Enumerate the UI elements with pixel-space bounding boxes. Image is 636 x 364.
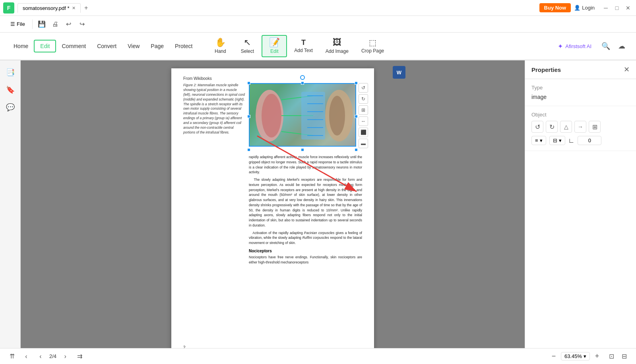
fit-width-button[interactable]: ⊟ — [619, 351, 630, 362]
toolbar-tools: ✋ Hand ↖ Select 📝 Edit T Add Text 🖼 Add … — [207, 35, 390, 57]
distribute-chevron: ▾ — [559, 137, 562, 143]
word-export-icon[interactable]: W — [393, 66, 405, 79]
flip-btn[interactable]: ↔ — [359, 116, 368, 126]
align-icon: ≡ — [535, 137, 538, 143]
zoom-value-dropdown[interactable]: 63.45% ▾ — [561, 352, 590, 360]
nav-menu: Home Edit Comment Convert View Page Prot… — [8, 40, 198, 52]
main-paragraph-3: Activation of the rapidly adapting Pacin… — [249, 230, 362, 246]
select-tool[interactable]: ↖ Select — [235, 36, 260, 56]
prev-arrow-button[interactable]: ‹ — [35, 351, 46, 362]
app-logo: F — [3, 2, 14, 14]
login-avatar-icon: 👤 — [574, 5, 580, 11]
nav-home[interactable]: Home — [8, 41, 34, 52]
rotate-ccw-btn[interactable]: ↺ — [359, 83, 368, 93]
redo-button[interactable]: ↪ — [76, 18, 88, 30]
nav-page[interactable]: Page — [145, 41, 169, 52]
nav-view[interactable]: View — [122, 41, 145, 52]
rotate-cw-btn[interactable]: ↻ — [359, 94, 368, 104]
nav-convert[interactable]: Convert — [91, 41, 122, 52]
page-number: 2 — [183, 345, 186, 348]
tab-close-button[interactable]: ✕ — [72, 6, 76, 11]
angle-icon: ∟ — [568, 137, 575, 144]
group-btn[interactable]: ⊞ — [359, 105, 368, 115]
hand-label: Hand — [215, 48, 226, 54]
object-tool-row: ≡ ▾ ⊟ ▾ ∟ — [531, 136, 630, 145]
nav-protect[interactable]: Protect — [169, 41, 198, 52]
maximize-button[interactable]: □ — [612, 3, 622, 13]
align-bottom-btn[interactable]: ▬ — [359, 139, 368, 148]
buy-now-button[interactable]: Buy Now — [539, 3, 571, 12]
crop-page-tool[interactable]: ⬚ Crop Page — [356, 36, 390, 56]
sidebar-bookmark-icon[interactable]: 🔖 — [3, 83, 17, 97]
edit-tool[interactable]: 📝 Edit — [262, 35, 287, 57]
add-text-tool[interactable]: T Add Text — [289, 37, 318, 56]
angle-input[interactable] — [578, 136, 601, 145]
menu-separator — [32, 19, 33, 29]
align-top-btn[interactable]: ⬛ — [359, 128, 368, 137]
group-tool[interactable]: ⊞ — [589, 121, 601, 133]
rotate-ccw-tool[interactable]: ↺ — [531, 121, 543, 133]
selection-handle-bottom-left[interactable] — [247, 148, 250, 151]
add-tab-button[interactable]: + — [81, 3, 91, 13]
distribute-dropdown[interactable]: ⊟ ▾ — [549, 136, 565, 145]
select-icon: ↖ — [244, 38, 251, 47]
active-tab[interactable]: somatosensory.pdf * ✕ — [17, 3, 81, 13]
select-label: Select — [241, 48, 254, 54]
cloud-upload-button[interactable]: ☁ — [615, 40, 628, 52]
add-text-icon: T — [301, 39, 306, 46]
status-bar: ⇈ ‹ ‹ 2/4 › ⇉ − 63.45% ▾ + ⊡ ⊟ — [0, 348, 636, 364]
search-button[interactable]: 🔍 — [599, 40, 612, 52]
ai-button[interactable]: ✦ Afirstsoft AI — [553, 40, 596, 52]
add-image-tool[interactable]: 🖼 Add Image — [320, 36, 354, 56]
sidebar-thumbnail-icon[interactable]: 📑 — [3, 65, 17, 79]
login-button[interactable]: 👤 Login — [574, 5, 595, 11]
next-arrow-button[interactable]: › — [60, 351, 71, 362]
selection-handle-bottom-right[interactable] — [355, 148, 358, 151]
close-button[interactable]: ✕ — [623, 3, 633, 13]
object-tools: ↺ ↻ △ → ⊞ — [531, 121, 630, 133]
pdf-viewer[interactable]: W From Wikibooks Figure 2: Mammalian mus… — [21, 60, 525, 348]
fit-buttons: ⊡ ⊟ — [606, 351, 630, 362]
selection-handle-top-right[interactable] — [355, 81, 358, 85]
type-value: image — [531, 94, 630, 100]
figure-caption: Figure 2: Mammalian muscle spindle showi… — [183, 83, 245, 135]
rotate-cw-tool[interactable]: ↻ — [546, 121, 558, 133]
align-dropdown[interactable]: ≡ ▾ — [531, 136, 546, 145]
properties-panel: Properties ✕ Type image Object ↺ ↻ △ → ⊞… — [525, 60, 636, 348]
flip-v-tool[interactable]: △ — [560, 121, 572, 133]
selection-handle-bottom-middle[interactable] — [301, 148, 304, 151]
selection-handle-middle-left[interactable] — [247, 115, 250, 118]
tab-label: somatosensory.pdf * — [23, 5, 70, 11]
print-button[interactable]: 🖨 — [49, 18, 61, 30]
figure-caption-block: Figure 2: Mammalian muscle spindle showi… — [183, 83, 245, 265]
flip-h-tool[interactable]: → — [574, 121, 586, 133]
image-svg — [250, 84, 357, 147]
zoom-out-button[interactable]: − — [548, 351, 559, 362]
nav-comment[interactable]: Comment — [56, 41, 91, 52]
rotation-handle[interactable] — [300, 75, 305, 80]
first-page-button[interactable]: ⇈ — [6, 351, 17, 362]
file-menu-button[interactable]: ☰ File — [6, 19, 29, 29]
panel-close-button[interactable]: ✕ — [624, 65, 630, 74]
selection-handle-middle-right[interactable] — [355, 115, 358, 118]
selection-handle-top-middle[interactable] — [301, 81, 304, 85]
selected-image-container[interactable]: ↺ ↻ ⊞ ↔ ⬛ ▬ — [249, 83, 356, 150]
hand-icon: ✋ — [215, 38, 226, 47]
selection-handle-top-left[interactable] — [247, 81, 250, 85]
edit-icon: 📝 — [269, 38, 280, 47]
nav-edit[interactable]: Edit — [34, 40, 56, 52]
minimize-button[interactable]: ─ — [601, 3, 611, 13]
fit-page-button[interactable]: ⊡ — [606, 351, 617, 362]
zoom-in-button[interactable]: + — [591, 351, 603, 362]
prev-page-button[interactable]: ‹ — [21, 351, 32, 362]
undo-button[interactable]: ↩ — [63, 18, 75, 30]
last-page-button[interactable]: ⇉ — [74, 351, 85, 362]
right-content: ↺ ↻ ⊞ ↔ ⬛ ▬ rapidly adapting afferent ac… — [249, 83, 362, 265]
sidebar-comment-icon[interactable]: 💬 — [3, 100, 17, 114]
type-section: Type image — [525, 79, 636, 106]
type-label: Type — [531, 85, 630, 91]
nociceptors-heading: Nociceptors — [249, 249, 362, 253]
save-button[interactable]: 💾 — [36, 18, 48, 30]
hand-tool[interactable]: ✋ Hand — [207, 36, 233, 56]
window-controls: ─ □ ✕ — [601, 3, 633, 13]
